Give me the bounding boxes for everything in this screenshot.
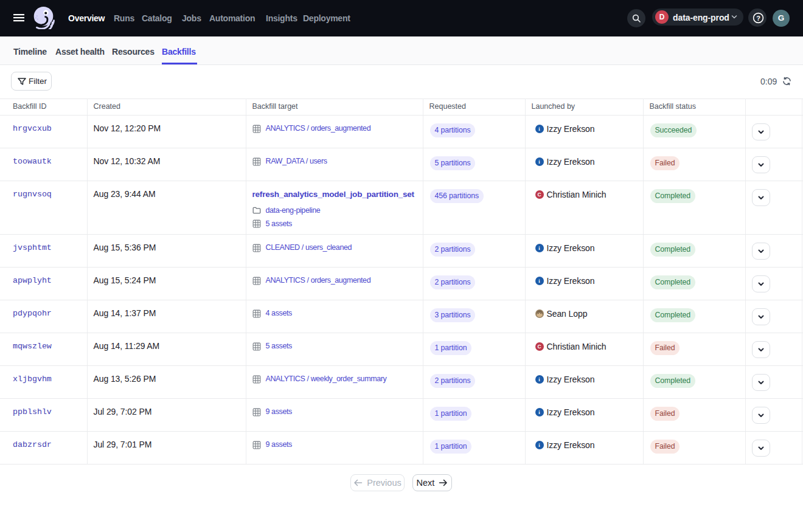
svg-text:?: ? bbox=[756, 14, 760, 21]
